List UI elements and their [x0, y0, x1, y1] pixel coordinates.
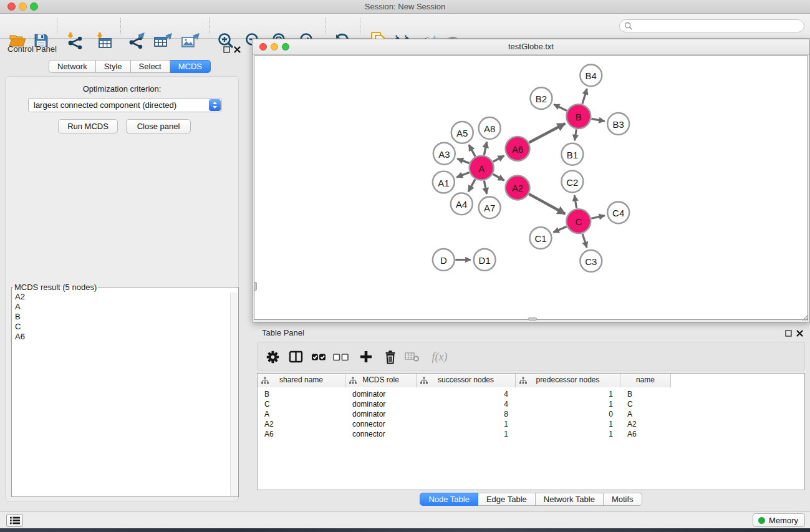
node-D1[interactable]: D1 [474, 249, 496, 271]
mcds-result-title: MCDS result (5 nodes) [13, 283, 98, 292]
edge-A6-B[interactable] [529, 123, 566, 143]
show-columns-button[interactable] [287, 348, 304, 365]
search-field[interactable] [619, 19, 804, 32]
list-scrollbar[interactable] [230, 293, 238, 496]
node-D[interactable]: D [433, 249, 455, 271]
optimization-criterion-select[interactable]: largest connected component (directed) [28, 98, 222, 112]
node-A5[interactable]: A5 [451, 122, 473, 143]
add-column-button[interactable] [357, 348, 375, 365]
tab-network[interactable]: Network [49, 60, 96, 73]
table-row[interactable]: Adominator80A [258, 409, 804, 419]
edge-B-B3[interactable] [591, 118, 604, 121]
mcds-result-item[interactable]: A6 [12, 332, 238, 342]
edge-B-B1[interactable] [574, 129, 576, 140]
tab-select[interactable]: Select [131, 60, 170, 73]
network-canvas[interactable]: AA1A2A3A4A5A6A7A8BB1B2B3B4CC1C2C3C4DD1 [254, 56, 808, 320]
column-header-shared-name[interactable]: shared name [258, 374, 345, 387]
edge-A-A8[interactable] [484, 142, 486, 155]
edge-A-A1[interactable] [456, 173, 469, 178]
task-history-button[interactable] [6, 514, 23, 527]
mcds-result-item[interactable]: B [12, 312, 238, 322]
close-table-panel-button[interactable] [795, 329, 804, 337]
column-header-name[interactable]: name [620, 374, 671, 387]
node-A4[interactable]: A4 [451, 193, 473, 215]
node-C3[interactable]: C3 [580, 250, 602, 272]
node-A8[interactable]: A8 [479, 117, 501, 139]
node-B[interactable]: B [566, 104, 591, 128]
export-image-button[interactable] [180, 31, 200, 50]
mcds-result-item[interactable]: C [12, 322, 238, 332]
edge-A2-C[interactable] [529, 194, 565, 214]
run-mcds-button[interactable]: Run MCDS [58, 119, 118, 133]
edge-C-C3[interactable] [582, 234, 587, 248]
tab-network-table[interactable]: Network Table [536, 493, 604, 506]
close-panel-button[interactable] [233, 45, 241, 54]
tab-edge-table[interactable]: Edge Table [478, 493, 536, 506]
float-panel-button[interactable] [222, 45, 231, 54]
edge-B-B2[interactable] [554, 104, 567, 110]
tab-motifs[interactable]: Motifs [604, 493, 642, 506]
node-A3[interactable]: A3 [433, 143, 455, 165]
edge-A-A2[interactable] [493, 174, 504, 180]
edge-A-A4[interactable] [468, 179, 475, 191]
network-window-titlebar[interactable]: testGlobe.txt [253, 39, 809, 55]
mcds-result-item[interactable]: A2 [12, 292, 238, 302]
edge-A-A6[interactable] [493, 156, 504, 162]
node-A7[interactable]: A7 [479, 196, 501, 218]
column-header-predecessor-nodes[interactable]: predecessor nodes [516, 374, 620, 387]
table-row[interactable]: Bdominator41B [258, 389, 804, 399]
node-C4[interactable]: C4 [607, 201, 629, 223]
node-A2[interactable]: A2 [506, 176, 530, 200]
node-C2[interactable]: C2 [561, 171, 583, 193]
selected-criterion: largest connected component (directed) [29, 100, 209, 110]
table-row[interactable]: A6connector11A6 [258, 429, 804, 439]
node-C1[interactable]: C1 [530, 227, 552, 249]
import-table-button[interactable] [94, 31, 114, 50]
float-table-panel-button[interactable] [784, 329, 793, 337]
export-network-button[interactable] [127, 31, 147, 50]
deselect-all-button[interactable] [332, 348, 350, 365]
table-header-row: shared nameMCDS rolesuccessor nodesprede… [258, 374, 671, 387]
search-input[interactable] [635, 21, 804, 31]
node-B3[interactable]: B3 [607, 113, 629, 135]
edge-A-A7[interactable] [484, 181, 486, 194]
edge-C-C4[interactable] [591, 216, 604, 219]
table-row[interactable]: Cdominator41C [258, 399, 804, 409]
memory-button[interactable]: Memory [753, 513, 805, 527]
tab-node-table[interactable]: Node Table [420, 493, 478, 506]
memory-status-icon [758, 517, 765, 524]
node-A[interactable]: A [470, 156, 494, 180]
mcds-result-item[interactable]: A [12, 302, 238, 312]
function-builder-button[interactable]: f(x) [427, 348, 452, 365]
horizontal-scrollbar-thumb[interactable] [528, 317, 537, 321]
select-all-icon [311, 350, 326, 364]
edge-B-B4[interactable] [582, 89, 587, 104]
node-C[interactable]: C [566, 209, 591, 233]
table-options-button[interactable] [264, 348, 281, 365]
column-header-mcds-role[interactable]: MCDS role [345, 374, 417, 387]
edge-C-C1[interactable] [553, 226, 566, 232]
edge-A-A3[interactable] [457, 158, 469, 163]
close-icon [796, 330, 803, 337]
column-header-successor-nodes[interactable]: successor nodes [417, 374, 516, 387]
edge-A-A5[interactable] [469, 145, 475, 157]
select-all-button[interactable] [310, 348, 327, 365]
node-A6[interactable]: A6 [506, 137, 530, 161]
close-panel-action-button[interactable]: Close panel [126, 119, 191, 133]
node-B1[interactable]: B1 [561, 143, 583, 165]
delete-column-button[interactable] [382, 348, 399, 365]
tab-style[interactable]: Style [96, 60, 131, 73]
export-table-button[interactable] [153, 31, 173, 50]
edge-C-C2[interactable] [574, 195, 576, 208]
svg-text:A6: A6 [512, 144, 523, 155]
node-A1[interactable]: A1 [433, 172, 455, 193]
tab-mcds[interactable]: MCDS [170, 60, 211, 73]
node-B4[interactable]: B4 [580, 64, 602, 86]
resize-grip-icon[interactable] [800, 312, 809, 321]
svg-text:C2: C2 [566, 177, 578, 188]
table-row[interactable]: A2connector11A2 [258, 419, 804, 429]
node-B2[interactable]: B2 [531, 87, 552, 109]
delete-table-button[interactable] [403, 348, 421, 365]
vertical-scrollbar-thumb[interactable] [254, 282, 257, 291]
import-network-button[interactable] [65, 31, 85, 50]
